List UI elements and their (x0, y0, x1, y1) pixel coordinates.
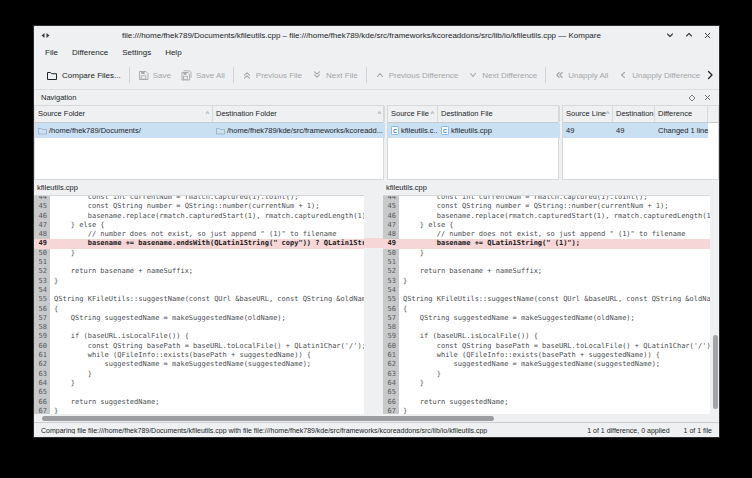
menu-item-help[interactable]: Help (158, 46, 188, 59)
line-number: 59 (383, 332, 399, 341)
code-text: } (399, 370, 710, 379)
line-number: 62 (34, 360, 50, 369)
code-text (399, 388, 710, 397)
code-text: return basename + nameSuffix; (399, 267, 710, 276)
code-text: } (50, 277, 364, 286)
code-line: 48 // number does not exist, so just app… (34, 230, 364, 239)
sort-ascending-icon: ^ (606, 106, 609, 122)
menu-item-file[interactable]: File (38, 46, 65, 59)
code-text: } (50, 407, 364, 414)
column-header-difference[interactable]: Difference (655, 106, 708, 122)
code-text: const QString number = QString::number(c… (399, 202, 710, 211)
column-header-source-folder[interactable]: Source Folder^ (35, 106, 213, 122)
code-line: 66 return suggestedName; (34, 398, 364, 407)
sort-ascending-icon: ^ (206, 106, 209, 122)
code-line: 56{ (383, 305, 710, 314)
column-header-destination-folder[interactable]: Destination Folder^ (213, 106, 385, 122)
horizontal-scrollbar[interactable] (34, 414, 710, 422)
svg-text:C: C (443, 128, 447, 134)
code-line: 64 } (383, 379, 710, 388)
toolbar-overflow-button[interactable] (705, 69, 715, 81)
table-cell: Ckfileutils.cpp (438, 123, 560, 138)
destination-code-view: 44 const int currentNum = rmatch.capture… (383, 196, 710, 414)
code-line: 67} (383, 407, 710, 414)
table-row[interactable]: /home/fhek789/Documents//home/fhek789/kd… (35, 123, 383, 138)
code-line: 61 while (QFileInfo::exists(basePath + s… (34, 351, 364, 360)
line-number: 55 (34, 295, 50, 304)
code-text: } else { (399, 221, 710, 230)
line-number: 55 (383, 295, 399, 304)
horizontal-scrollbar-thumb[interactable] (42, 416, 494, 421)
diff-changed-line[interactable]: 49 basename += basename.endsWith(QLatin1… (34, 239, 364, 248)
code-text: } (399, 407, 710, 414)
table-cell: 49 (613, 123, 655, 138)
statusbar: Comparing file file:///home/fhek789/Docu… (34, 422, 719, 437)
toolbar-button-label: Save All (196, 71, 225, 80)
next-difference-button[interactable]: Next Difference (463, 64, 542, 86)
table-cell: /home/fhek789/kde/src/frameworks/kcoread… (213, 123, 385, 138)
previous-file-button[interactable]: Previous File (237, 64, 307, 86)
line-number: 54 (34, 286, 50, 295)
code-text: return basename + nameSuffix; (50, 267, 364, 276)
dock-close-icon[interactable] (703, 93, 712, 102)
toolbar-button-label: Unapply Difference (632, 71, 700, 80)
line-number: 64 (34, 379, 50, 388)
save-all-button[interactable]: Save All (176, 64, 230, 86)
code-text: QString KFileUtils::suggestName(const QU… (399, 295, 710, 304)
code-text: } (399, 277, 710, 286)
toolbar-button-label: Unapply All (568, 71, 608, 80)
svg-text:C: C (393, 128, 397, 134)
table-cell-text: 49 (616, 123, 624, 138)
folder-open-icon (46, 70, 58, 81)
code-text: QString suggestedName = makeSuggestedNam… (50, 314, 364, 323)
unapply-all-button[interactable]: Unapply All (549, 64, 613, 86)
diff-splitter[interactable] (364, 195, 383, 414)
previous-difference-button[interactable]: Previous Difference (370, 64, 464, 86)
unapply-difference-button[interactable]: Unapply Difference (613, 64, 705, 86)
code-line: 63 } (34, 370, 364, 379)
code-line: 64 } (34, 379, 364, 388)
chevron-down-icon (468, 70, 478, 80)
table-row[interactable]: 4949Changed 1 line (563, 123, 718, 138)
column-header-source-file[interactable]: Source File^ (388, 106, 438, 122)
code-line: 55QString KFileUtils::suggestName(const … (34, 295, 364, 304)
code-text: } (399, 379, 710, 388)
cpp-file-icon: C (441, 126, 449, 135)
dock-float-icon[interactable] (688, 94, 696, 102)
compare-files-button[interactable]: Compare Files... (41, 64, 126, 86)
table-cell-text: kfileutils.c... (401, 123, 438, 138)
line-number: 61 (34, 351, 50, 360)
vertical-scrollbar-thumb[interactable] (713, 335, 718, 409)
code-line: 57 QString suggestedName = makeSuggested… (34, 314, 364, 323)
next-file-button[interactable]: Next File (307, 64, 363, 86)
window-title: file:///home/fhek789/Documents/kfileutil… (64, 31, 659, 40)
window-minimize-icon[interactable] (665, 30, 675, 40)
table-cell-text: 49 (566, 123, 574, 138)
navigation-dock-header: Navigation (34, 89, 719, 105)
code-line: 52 return basename + nameSuffix; (34, 267, 364, 276)
kompare-icon (41, 31, 50, 40)
menu-item-difference[interactable]: Difference (65, 46, 115, 59)
line-number: 48 (34, 230, 50, 239)
titlebar[interactable]: file:///home/fhek789/Documents/kfileutil… (34, 26, 719, 44)
column-header-destination-file[interactable]: Destination File (438, 106, 560, 122)
desktop: file:///home/fhek789/Documents/kfileutil… (0, 0, 752, 478)
menu-item-settings[interactable]: Settings (115, 46, 158, 59)
column-header-source-line[interactable]: Source Line^ (563, 106, 613, 122)
diff-changed-line[interactable]: 49 basename += QLatin1String(" (1)"); (383, 239, 710, 248)
window-close-icon[interactable] (703, 31, 712, 40)
kompare-icon (41, 31, 50, 40)
kompare-window: file:///home/fhek789/Documents/kfileutil… (33, 25, 720, 438)
code-line: 54 (34, 286, 364, 295)
line-number: 51 (34, 258, 50, 267)
navigation-table: Source Folder^Destination Folder^/home/f… (34, 105, 719, 180)
line-number: 53 (383, 277, 399, 286)
window-maximize-icon[interactable] (684, 30, 694, 40)
table-cell: Ckfileutils.c... (388, 123, 438, 138)
vertical-scrollbar[interactable] (712, 195, 718, 414)
column-header-destination-lir[interactable]: Destination Lir (613, 106, 655, 122)
cpp-file-icon: C (391, 126, 399, 135)
table-row[interactable]: Ckfileutils.c...Ckfileutils.cpp (388, 123, 558, 138)
save-button[interactable]: Save (133, 64, 176, 86)
line-number: 57 (34, 314, 50, 323)
